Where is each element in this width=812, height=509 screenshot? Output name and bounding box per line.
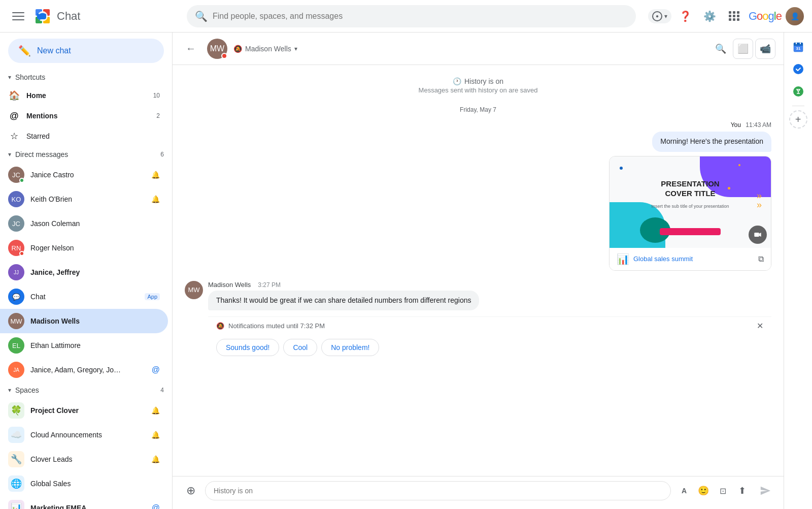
quick-reply-no-problem[interactable]: No problem! — [321, 339, 379, 356]
right-app-tasks[interactable] — [788, 59, 808, 79]
madison-wells-avatar: MW — [8, 313, 24, 329]
bell-icon: 🔔 — [151, 171, 160, 179]
contact-name-text: Madison Wells — [245, 45, 291, 53]
msg-time-outgoing: 11:43 AM — [746, 121, 771, 129]
app-badge: App — [145, 293, 160, 300]
spaces-chevron-icon: ▾ — [8, 387, 11, 394]
message-group-incoming: MW Madison Wells 3:27 PM Thanks! It woul… — [185, 281, 771, 363]
user-avatar[interactable]: 👤 — [786, 7, 804, 25]
sidebar-item-cloud-announcements[interactable]: ☁️ Cloud Announcements 🔔 — [0, 423, 168, 447]
sidebar-item-starred[interactable]: ☆ Starred — [0, 126, 168, 146]
notif-muted-bar: 🔕 Notifications muted until 7:32 PM ✕ — [208, 316, 771, 335]
pres-yellow-dot2 — [738, 164, 740, 166]
meet-button-group[interactable]: ● ▾ — [648, 9, 671, 23]
sidebar-item-chat-app[interactable]: 💬 Chat App — [0, 284, 168, 309]
mention-button[interactable]: ⊡ — [714, 482, 732, 500]
sidebar-item-jason-coleman[interactable]: JC Jason Coleman — [0, 211, 168, 236]
settings-button[interactable]: ⚙️ — [700, 6, 720, 26]
contact-name-header[interactable]: 🔕 Madison Wells ▾ — [233, 45, 297, 53]
input-toolbar: A 🙂 ⊡ ⬆ — [675, 482, 751, 500]
sidebar-item-madison-wells[interactable]: MW Madison Wells — [0, 309, 168, 333]
clover-leads-label: Clover Leads — [30, 455, 145, 463]
format-text-button[interactable]: A — [675, 482, 693, 500]
spaces-section-header[interactable]: ▾ Spaces 4 — [0, 382, 172, 398]
pres-video-btn[interactable] — [749, 226, 767, 244]
hamburger-button[interactable] — [8, 6, 28, 26]
svg-rect-7 — [754, 233, 759, 237]
new-chat-icon: ✏️ — [18, 45, 31, 57]
meet-dropdown-icon: ▾ — [664, 13, 667, 20]
google-chat-logo — [33, 7, 52, 25]
send-button[interactable] — [755, 481, 775, 501]
shortcuts-section-header[interactable]: ▾ Shortcuts — [0, 69, 172, 85]
ethan-lattimore-label: Ethan Lattimore — [30, 341, 160, 349]
chat-app-label: Chat — [30, 293, 137, 301]
msg-sender-madison: Madison Wells — [208, 281, 251, 289]
sidebar-item-home[interactable]: 🏠 Home 10 — [0, 85, 168, 106]
add-app-button[interactable]: + — [789, 110, 807, 129]
apps-button[interactable] — [724, 6, 745, 26]
cloud-announcements-icon: ☁️ — [8, 427, 24, 443]
search-chat-button[interactable]: 🔍 — [710, 39, 731, 59]
starred-icon: ☆ — [8, 130, 20, 142]
janice-jeffrey-avatar: JJ — [8, 264, 24, 280]
msg-left-group: MW Madison Wells 3:27 PM Thanks! It woul… — [185, 281, 771, 311]
bell-icon-2: 🔔 — [151, 195, 160, 203]
sidebar-item-mentions[interactable]: @ Mentions 2 — [0, 106, 168, 126]
history-banner-title: 🕐 History is on — [185, 77, 771, 85]
quick-reply-cool[interactable]: Cool — [283, 339, 317, 356]
jason-coleman-label: Jason Coleman — [30, 219, 160, 228]
message-input[interactable] — [205, 481, 671, 500]
new-chat-button[interactable]: ✏️ New chat — [8, 39, 164, 63]
janice-castro-avatar: JC — [8, 167, 24, 183]
video-call-button[interactable]: 📹 — [755, 39, 775, 59]
dismiss-mute-button[interactable]: ✕ — [757, 321, 763, 331]
sidebar-item-project-clover[interactable]: 🍀 Project Clover 🔔 — [0, 398, 168, 423]
dm-label: Direct messages — [15, 150, 68, 158]
emoji-button[interactable]: 🙂 — [694, 482, 713, 500]
ethan-lattimore-avatar: EL — [8, 337, 24, 354]
video-window-button[interactable]: ⬜ — [733, 39, 753, 59]
sidebar-item-janice-castro[interactable]: JC Janice Castro 🔔 — [0, 163, 168, 187]
spaces-count: 4 — [160, 387, 164, 394]
quick-reply-sounds-good[interactable]: Sounds good! — [216, 339, 279, 356]
avatar-status-dot — [221, 53, 227, 59]
sidebar-item-ethan-lattimore[interactable]: EL Ethan Lattimore — [0, 333, 168, 358]
back-button[interactable]: ← — [181, 39, 201, 59]
pres-arrows-icon: »» — [757, 191, 762, 209]
presentation-attachment[interactable]: »» PRESENTATIONCOVER TITLE Insert the su… — [609, 156, 771, 271]
home-icon: 🏠 — [8, 89, 20, 102]
svg-rect-11 — [794, 45, 803, 46]
sidebar-item-marketing-emea[interactable]: 📊 Marketing EMEA @ — [0, 496, 168, 509]
copy-icon[interactable]: ⧉ — [758, 254, 764, 264]
msg-meta-outgoing: You 11:43 AM — [731, 121, 771, 129]
sidebar-item-global-sales[interactable]: 🌐 Global Sales — [0, 471, 168, 496]
madison-msg-avatar: MW — [185, 281, 203, 299]
madison-wells-label: Madison Wells — [30, 317, 160, 325]
cloud-bell-icon: 🔔 — [151, 431, 160, 439]
msg-bubble-incoming: Thanks! It would be great if we can shar… — [208, 291, 479, 311]
right-app-calendar[interactable]: 31 — [788, 37, 808, 57]
help-button[interactable]: ❓ — [675, 6, 696, 26]
quick-replies: Sounds good! Cool No problem! — [208, 335, 771, 362]
right-app-voice[interactable] — [788, 81, 808, 102]
slides-icon: 📊 — [617, 253, 629, 265]
marketing-emea-label: Marketing EMEA — [30, 504, 146, 509]
dm-section-header[interactable]: ▾ Direct messages 6 — [0, 146, 172, 163]
chat-area: ← MW 🔕 Madison Wells ▾ 🔍 ⬜ 📹 🕐 — [173, 33, 784, 509]
sidebar-item-janice-group[interactable]: JA Janice, Adam, Gregory, Jose... @ — [0, 358, 168, 382]
sidebar-item-roger-nelson[interactable]: RN Roger Nelson — [0, 236, 168, 260]
sidebar-item-clover-leads[interactable]: 🔧 Clover Leads 🔔 — [0, 447, 168, 471]
msg-time-madison: 3:27 PM — [258, 281, 281, 289]
search-bar[interactable]: 🔍 — [187, 5, 636, 27]
add-attachment-button[interactable]: ⊕ — [181, 481, 201, 501]
sidebar-item-janice-jeffrey[interactable]: JJ Janice, Jeffrey — [0, 260, 168, 284]
topbar: Chat 🔍 ● ▾ ❓ ⚙️ Google — [0, 0, 812, 33]
clover-bell-icon: 🔔 — [151, 406, 160, 415]
upload-button[interactable]: ⬆ — [733, 482, 751, 500]
sidebar-item-keith-obrien[interactable]: KO Keith O'Brien 🔔 — [0, 187, 168, 211]
shortcuts-chevron-icon: ▾ — [8, 74, 11, 81]
pres-subtitle: Insert the sub title of your presentatio… — [645, 204, 736, 209]
topbar-left: Chat — [8, 6, 181, 26]
search-input[interactable] — [213, 12, 628, 21]
